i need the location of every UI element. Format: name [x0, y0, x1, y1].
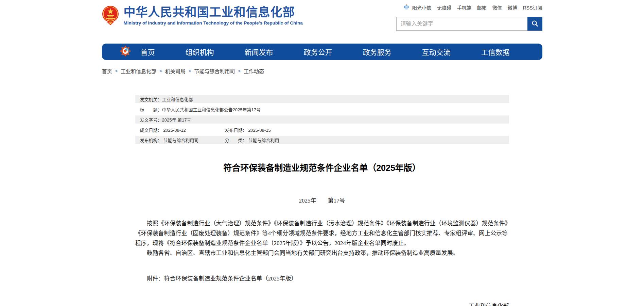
breadcrumb-separator: >: [189, 68, 191, 74]
search-box: [396, 17, 542, 31]
meta-value: 2025年 第17号: [162, 116, 191, 123]
search-icon: [531, 20, 539, 28]
link-wechat[interactable]: 微信: [492, 4, 502, 11]
header-right: 阳光小信 无障碍 手机端 邮箱 微信 微博 RSS订阅: [396, 3, 542, 31]
breadcrumb-work-updates[interactable]: 工作动态: [244, 67, 264, 75]
article-title: 符合环保装备制造业规范条件企业名单（2025年版）: [135, 161, 509, 173]
nav-item-home[interactable]: 首页: [141, 47, 155, 57]
meta-row-doc-number: 发文字号： 2025年 第17号: [135, 115, 509, 124]
meta-pair-publish-date: 发布日期： 2025-08-15: [225, 127, 271, 133]
link-accessibility[interactable]: 无障碍: [437, 4, 451, 11]
link-mailbox[interactable]: 邮箱: [477, 4, 487, 11]
meta-row-issuing-agency: 发文机关： 工业和信息化部: [135, 95, 509, 103]
meta-label: 发布日期：: [225, 128, 247, 133]
national-emblem-icon: [102, 5, 124, 27]
nav-item-interaction[interactable]: 互动交流: [422, 47, 451, 57]
meta-label: 发文字号：: [140, 116, 162, 123]
site-title: 中华人民共和国工业和信息化部: [124, 5, 303, 19]
link-mobile[interactable]: 手机端: [457, 4, 471, 11]
paragraph: 按照《环保装备制造行业（大气治理）规范条件》《环保装备制造行业（污水治理）规范条…: [135, 219, 509, 248]
site-title-block: 中华人民共和国工业和信息化部 Ministry of Industry and …: [124, 5, 303, 26]
meta-value: 2025-08-15: [248, 128, 271, 133]
article: 符合环保装备制造业规范条件企业名单（2025年版） 2025年 第17号 按照《…: [135, 161, 509, 306]
nav-items: 首页 组织机构 新闻发布 政务公开 政务服务 互动交流 工信数据: [141, 47, 510, 57]
search-button[interactable]: [527, 17, 542, 31]
attachment-link[interactable]: 附件：符合环保装备制造业规范条件企业名单（2025年版）: [135, 274, 509, 282]
breadcrumb-miit[interactable]: 工业和信息化部: [121, 67, 156, 75]
nav-item-gov-services[interactable]: 政务服务: [363, 47, 391, 57]
page-wrapper: 中华人民共和国工业和信息化部 Ministry of Industry and …: [102, 0, 542, 306]
breadcrumb-separator: >: [159, 68, 162, 74]
link-rss[interactable]: RSS订阅: [523, 4, 542, 11]
meta-row-title: 标 题： 中华人民共和国工业和信息化部公告2025年第17号: [135, 105, 509, 113]
nav-item-miit-data[interactable]: 工信数据: [481, 47, 510, 57]
article-body: 按照《环保装备制造行业（大气治理）规范条件》《环保装备制造行业（污水治理）规范条…: [135, 219, 509, 258]
meta-label: 发布机构：: [140, 138, 162, 143]
meta-pair-written-date: 成文日期： 2025-08-12: [140, 127, 225, 133]
signature-agency: 工业和信息化部: [135, 301, 509, 306]
meta-label: 发文机关：: [140, 96, 162, 102]
breadcrumb-departments[interactable]: 机关司局: [165, 67, 186, 75]
site-branding: 中华人民共和国工业和信息化部 Ministry of Industry and …: [102, 3, 303, 31]
meta-row-dates: 成文日期： 2025-08-12 发布日期： 2025-08-15: [135, 126, 509, 134]
meta-pair-publisher: 发布机构： 节能与综合利用司: [140, 137, 225, 143]
meta-value: 工业和信息化部: [162, 96, 193, 102]
nav-item-organization[interactable]: 组织机构: [186, 47, 214, 57]
signature-block: 工业和信息化部 2025年8月12日: [135, 301, 509, 306]
meta-value: 中华人民共和国工业和信息化部公告2025年第17号: [162, 106, 261, 113]
meta-label: 成文日期：: [140, 128, 162, 133]
breadcrumb-separator: >: [238, 68, 241, 74]
main-nav: 首页 组织机构 新闻发布 政务公开 政务服务 互动交流 工信数据: [102, 44, 542, 60]
document-area: 发文机关： 工业和信息化部 标 题： 中华人民共和国工业和信息化部公告2025年…: [135, 95, 509, 306]
meta-value: 2025-08-12: [163, 128, 186, 133]
document-meta-table: 发文机关： 工业和信息化部 标 题： 中华人民共和国工业和信息化部公告2025年…: [135, 95, 509, 144]
meta-row-publisher-category: 发布机构： 节能与综合利用司 分 类： 节能与综合利用: [135, 136, 509, 144]
meta-label: 分 类：: [225, 138, 247, 143]
announcement-number: 2025年 第17号: [135, 196, 509, 204]
site-header: 中华人民共和国工业和信息化部 Ministry of Industry and …: [102, 0, 542, 31]
search-input[interactable]: [396, 17, 527, 31]
breadcrumb-energy-dept[interactable]: 节能与综合利用司: [194, 67, 235, 75]
breadcrumb: 首页 > 工业和信息化部 > 机关司局 > 节能与综合利用司 > 工作动态: [102, 67, 542, 75]
nav-item-gov-disclosure[interactable]: 政务公开: [304, 47, 332, 57]
utility-links: 阳光小信 无障碍 手机端 邮箱 微信 微博 RSS订阅: [403, 3, 542, 12]
breadcrumb-separator: >: [115, 68, 118, 74]
site-subtitle: Ministry of Industry and Information Tec…: [124, 20, 303, 26]
link-sunshine-assistant[interactable]: 阳光小信: [412, 4, 431, 11]
link-weibo[interactable]: 微博: [508, 4, 517, 11]
meta-pair-category: 分 类： 节能与综合利用: [225, 137, 279, 143]
breadcrumb-home[interactable]: 首页: [102, 67, 112, 75]
robot-icon: [403, 3, 406, 12]
nav-item-news[interactable]: 新闻发布: [245, 47, 273, 57]
meta-label: 标 题：: [140, 106, 162, 113]
paragraph: 鼓励各省、自治区、直辖市工业和信息化主管部门会同当地有关部门研究出台支持政策，推…: [135, 248, 509, 258]
nav-gear-logo-icon: [120, 45, 141, 58]
meta-value: 节能与综合利用司: [163, 138, 198, 143]
meta-value: 节能与综合利用: [248, 138, 279, 143]
